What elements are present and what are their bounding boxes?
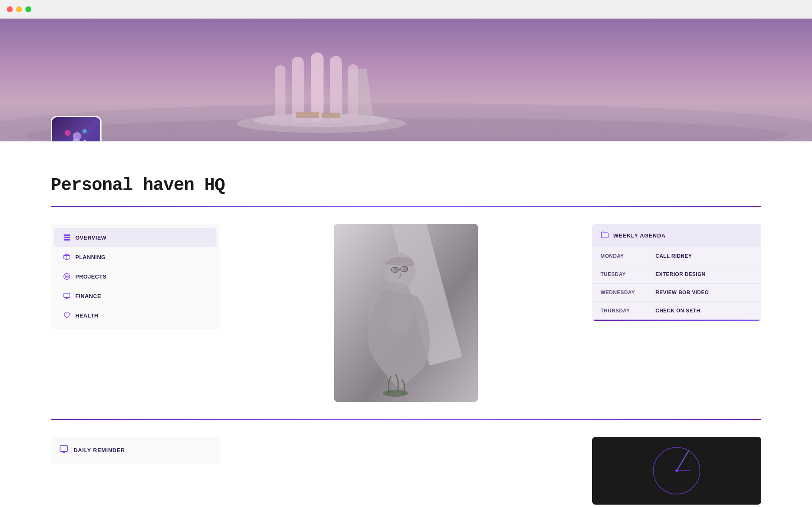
- nav-item-projects[interactable]: PROJECTS: [54, 267, 217, 286]
- stack-icon: [63, 233, 71, 242]
- nav-item-planning[interactable]: PLANNING: [54, 248, 217, 266]
- bottom-right-panel: [592, 437, 761, 505]
- nav-item-overview-label: OVERVIEW: [75, 235, 107, 241]
- maximize-button[interactable]: [25, 6, 31, 12]
- nav-item-planning-label: PLANNING: [75, 254, 106, 260]
- svg-rect-27: [64, 239, 70, 241]
- agenda-row-thursday: THURSDAY CHECK ON SETH: [592, 302, 761, 320]
- svg-line-51: [677, 451, 689, 471]
- nav-item-finance[interactable]: FINANCE: [54, 287, 217, 305]
- minimize-button[interactable]: [16, 6, 22, 12]
- nav-item-projects-label: PROJECTS: [75, 273, 107, 280]
- page-title: Personal haven HQ: [51, 175, 761, 196]
- svg-point-33: [66, 276, 67, 277]
- statue-image: [334, 224, 478, 402]
- monitor-icon: [63, 292, 71, 300]
- center-image-area: [237, 224, 575, 402]
- cube-icon: [63, 253, 71, 261]
- bottom-divider: [51, 419, 761, 420]
- svg-point-53: [675, 469, 678, 472]
- nav-panel: OVERVIEW PLANNING PROJECTS FINANCE: [51, 224, 220, 329]
- folder-icon: [601, 231, 609, 240]
- agenda-divider: [592, 320, 761, 321]
- page-icon-container: [51, 116, 102, 141]
- tv-icon: [59, 444, 69, 456]
- svg-rect-26: [64, 237, 70, 238]
- svg-rect-47: [60, 446, 68, 451]
- title-bar: [0, 0, 812, 19]
- agenda-panel: WEEKLY AGENDA MONDAY CALL RIDNEY TUESDAY…: [592, 224, 761, 321]
- daily-reminder-panel: DAILY REMINDER: [51, 437, 220, 464]
- main-content: Personal haven HQ OVERVIEW PLANNING: [0, 141, 812, 508]
- svg-rect-25: [64, 235, 70, 236]
- agenda-day-tuesday: TUESDAY: [592, 265, 647, 284]
- target-icon: [63, 272, 71, 281]
- agenda-row-tuesday: TUESDAY EXTERIOR DESIGN: [592, 265, 761, 284]
- svg-line-44: [398, 269, 401, 270]
- agenda-row-wednesday: WEDNESDAY REVIEW BOB VIDEO: [592, 284, 761, 302]
- content-grid: OVERVIEW PLANNING PROJECTS FINANCE: [51, 224, 761, 402]
- agenda-task-monday: CALL RIDNEY: [647, 247, 761, 265]
- hero-banner: [0, 19, 812, 141]
- svg-line-16: [80, 141, 85, 141]
- page-divider: [51, 206, 761, 207]
- nav-item-finance-label: FINANCE: [75, 293, 101, 299]
- svg-point-19: [65, 130, 71, 136]
- close-button[interactable]: [7, 6, 13, 12]
- svg-point-20: [82, 129, 87, 133]
- agenda-task-thursday: CHECK ON SETH: [647, 302, 761, 320]
- daily-reminder-label: DAILY REMINDER: [74, 447, 125, 453]
- agenda-day-monday: MONDAY: [592, 247, 647, 265]
- nav-item-health-label: Health: [75, 312, 99, 319]
- agenda-day-thursday: THURSDAY: [592, 302, 647, 320]
- agenda-row-monday: MONDAY CALL RIDNEY: [592, 247, 761, 265]
- svg-point-21: [62, 140, 69, 141]
- nav-item-health[interactable]: Health: [54, 306, 217, 325]
- agenda-header: WEEKLY AGENDA: [592, 224, 761, 247]
- agenda-task-tuesday: EXTERIOR DESIGN: [647, 265, 761, 284]
- page-icon: [51, 116, 102, 141]
- heart-icon: [63, 311, 71, 320]
- agenda-table: MONDAY CALL RIDNEY TUESDAY EXTERIOR DESI…: [592, 247, 761, 320]
- bottom-grid: DAILY REMINDER: [51, 437, 761, 505]
- svg-rect-34: [64, 293, 70, 298]
- agenda-task-wednesday: REVIEW BOB VIDEO: [647, 284, 761, 302]
- agenda-day-wednesday: WEDNESDAY: [592, 284, 647, 302]
- nav-item-overview[interactable]: OVERVIEW: [54, 228, 217, 247]
- agenda-title: WEEKLY AGENDA: [613, 232, 666, 239]
